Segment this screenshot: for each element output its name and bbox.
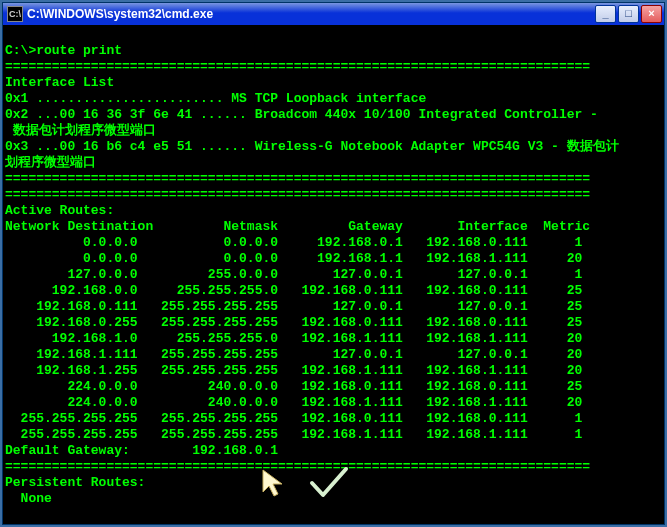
- route-row: 224.0.0.0 240.0.0.0 192.168.1.111 192.16…: [5, 395, 582, 410]
- route-row: 192.168.1.255 255.255.255.255 192.168.1.…: [5, 363, 582, 378]
- divider-line: ========================================…: [5, 459, 590, 474]
- route-row: 192.168.0.111 255.255.255.255 127.0.0.1 …: [5, 299, 582, 314]
- route-row: 192.168.0.255 255.255.255.255 192.168.0.…: [5, 315, 582, 330]
- interface-entry: 数据包计划程序微型端口: [5, 123, 156, 138]
- window-title: C:\WINDOWS\system32\cmd.exe: [27, 7, 595, 21]
- cmd-window: C:\ C:\WINDOWS\system32\cmd.exe _ □ × C:…: [2, 2, 665, 525]
- divider-line: ========================================…: [5, 187, 590, 202]
- close-button[interactable]: ×: [641, 5, 662, 23]
- interface-entry: 0x2 ...00 16 36 3f 6e 41 ...... Broadcom…: [5, 107, 598, 122]
- maximize-button[interactable]: □: [618, 5, 639, 23]
- minimize-button[interactable]: _: [595, 5, 616, 23]
- divider-line: ========================================…: [5, 171, 590, 186]
- interface-entry: 0x1 ........................ MS TCP Loop…: [5, 91, 426, 106]
- route-row: 192.168.1.0 255.255.255.0 192.168.1.111 …: [5, 331, 582, 346]
- prompt: C:\>: [5, 43, 36, 58]
- interface-entry: 划程序微型端口: [5, 155, 96, 170]
- active-routes-header: Active Routes:: [5, 203, 114, 218]
- prompt: C:\>: [5, 523, 36, 524]
- interface-list-header: Interface List: [5, 75, 114, 90]
- route-row: 255.255.255.255 255.255.255.255 192.168.…: [5, 411, 582, 426]
- divider-line: ========================================…: [5, 59, 590, 74]
- terminal-output[interactable]: C:\>route print ========================…: [3, 25, 664, 524]
- typed-command: route print: [36, 43, 122, 58]
- default-gateway-line: Default Gateway: 192.168.0.1: [5, 443, 278, 458]
- route-row: 127.0.0.0 255.0.0.0 127.0.0.1 127.0.0.1 …: [5, 267, 582, 282]
- route-row: 224.0.0.0 240.0.0.0 192.168.0.111 192.16…: [5, 379, 582, 394]
- route-table-header: Network Destination Netmask Gateway Inte…: [5, 219, 590, 234]
- route-row: 0.0.0.0 0.0.0.0 192.168.1.1 192.168.1.11…: [5, 251, 582, 266]
- route-row: 192.168.1.111 255.255.255.255 127.0.0.1 …: [5, 347, 582, 362]
- cmd-app-icon: C:\: [7, 6, 23, 22]
- interface-entry: 0x3 ...00 16 b6 c4 e5 51 ...... Wireless…: [5, 139, 619, 154]
- persistent-routes-header: Persistent Routes:: [5, 475, 145, 490]
- titlebar[interactable]: C:\ C:\WINDOWS\system32\cmd.exe _ □ ×: [3, 3, 664, 25]
- route-row: 255.255.255.255 255.255.255.255 192.168.…: [5, 427, 582, 442]
- window-controls: _ □ ×: [595, 5, 662, 23]
- route-row: 192.168.0.0 255.255.255.0 192.168.0.111 …: [5, 283, 582, 298]
- route-row: 0.0.0.0 0.0.0.0 192.168.0.1 192.168.0.11…: [5, 235, 582, 250]
- persistent-routes-none: None: [5, 491, 52, 506]
